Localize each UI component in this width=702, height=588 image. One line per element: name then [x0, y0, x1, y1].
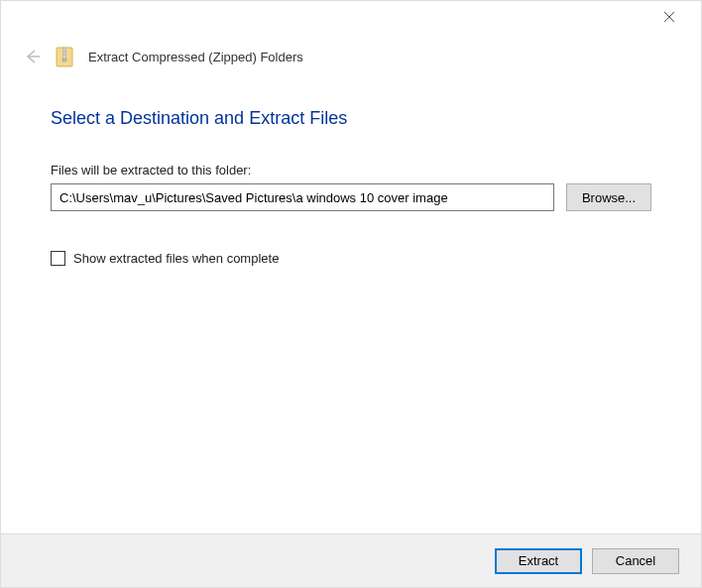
show-files-label[interactable]: Show extracted files when complete	[73, 251, 279, 266]
titlebar	[1, 1, 701, 33]
path-row: Browse...	[51, 183, 651, 211]
svg-rect-9	[62, 59, 66, 61]
browse-button[interactable]: Browse...	[566, 183, 651, 211]
path-label: Files will be extracted to this folder:	[51, 163, 651, 177]
cancel-button[interactable]: Cancel	[592, 548, 679, 574]
wizard-header: Extract Compressed (Zipped) Folders	[1, 33, 701, 68]
dialog-footer: Extract Cancel	[1, 533, 701, 587]
close-button[interactable]	[649, 1, 689, 33]
show-files-checkbox[interactable]	[51, 251, 65, 266]
content-area: Select a Destination and Extract Files F…	[1, 68, 701, 266]
show-files-row: Show extracted files when complete	[51, 251, 651, 266]
destination-path-input[interactable]	[51, 183, 554, 211]
page-heading: Select a Destination and Extract Files	[51, 108, 651, 129]
back-arrow-icon	[23, 48, 41, 65]
wizard-title: Extract Compressed (Zipped) Folders	[88, 50, 303, 64]
zip-folder-icon	[55, 45, 74, 68]
extract-button[interactable]: Extract	[495, 548, 582, 574]
close-icon	[663, 11, 675, 23]
